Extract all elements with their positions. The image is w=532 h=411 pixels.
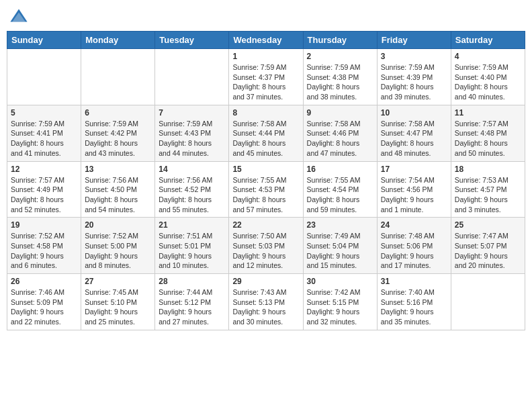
calendar-cell: 13Sunrise: 7:56 AM Sunset: 4:50 PM Dayli… [81,161,155,218]
day-info: Sunrise: 7:47 AM Sunset: 5:07 PM Dayligh… [455,231,521,271]
calendar-cell: 18Sunrise: 7:53 AM Sunset: 4:57 PM Dayli… [451,161,525,218]
calendar-cell: 21Sunrise: 7:51 AM Sunset: 5:01 PM Dayli… [155,218,229,274]
day-info: Sunrise: 7:52 AM Sunset: 5:00 PM Dayligh… [85,231,151,271]
week-row-1: 1Sunrise: 7:59 AM Sunset: 4:37 PM Daylig… [7,49,525,105]
week-row-2: 5Sunrise: 7:59 AM Sunset: 4:41 PM Daylig… [7,105,525,161]
day-number: 24 [381,220,447,230]
day-number: 9 [307,108,373,118]
day-number: 1 [232,52,299,61]
day-info: Sunrise: 7:53 AM Sunset: 4:57 PM Dayligh… [455,175,521,215]
day-info: Sunrise: 7:59 AM Sunset: 4:42 PM Dayligh… [85,119,151,158]
col-header-wednesday: Wednesday [229,32,303,49]
day-number: 15 [232,165,299,174]
calendar-cell: 9Sunrise: 7:58 AM Sunset: 4:46 PM Daylig… [303,105,377,161]
calendar-cell: 6Sunrise: 7:59 AM Sunset: 4:42 PM Daylig… [81,105,155,161]
day-number: 17 [381,165,447,174]
day-number: 28 [159,277,225,286]
week-row-5: 26Sunrise: 7:46 AM Sunset: 5:09 PM Dayli… [7,274,525,330]
calendar-cell: 2Sunrise: 7:59 AM Sunset: 4:38 PM Daylig… [303,49,377,105]
day-number: 29 [232,277,299,286]
day-number: 23 [307,220,373,230]
calendar-cell [451,274,525,330]
calendar-cell: 5Sunrise: 7:59 AM Sunset: 4:41 PM Daylig… [7,105,81,161]
col-header-monday: Monday [81,32,155,49]
day-info: Sunrise: 7:55 AM Sunset: 4:53 PM Dayligh… [232,175,299,215]
calendar-cell: 23Sunrise: 7:49 AM Sunset: 5:04 PM Dayli… [303,218,377,274]
calendar-cell: 29Sunrise: 7:43 AM Sunset: 5:13 PM Dayli… [229,274,303,330]
calendar-cell: 8Sunrise: 7:58 AM Sunset: 4:44 PM Daylig… [229,105,303,161]
day-number: 26 [11,277,77,286]
day-info: Sunrise: 7:59 AM Sunset: 4:37 PM Dayligh… [232,62,299,102]
day-info: Sunrise: 7:57 AM Sunset: 4:49 PM Dayligh… [11,175,77,215]
calendar-cell: 28Sunrise: 7:44 AM Sunset: 5:12 PM Dayli… [155,274,229,330]
day-info: Sunrise: 7:59 AM Sunset: 4:41 PM Dayligh… [11,119,77,158]
day-number: 30 [307,277,373,286]
day-info: Sunrise: 7:52 AM Sunset: 4:58 PM Dayligh… [11,231,77,271]
calendar-cell: 27Sunrise: 7:45 AM Sunset: 5:10 PM Dayli… [81,274,155,330]
calendar-cell [7,49,81,105]
logo-icon [9,7,28,26]
calendar-cell: 7Sunrise: 7:59 AM Sunset: 4:43 PM Daylig… [155,105,229,161]
week-row-3: 12Sunrise: 7:57 AM Sunset: 4:49 PM Dayli… [7,161,525,218]
day-number: 19 [11,220,77,230]
day-info: Sunrise: 7:55 AM Sunset: 4:54 PM Dayligh… [307,175,373,215]
calendar-cell: 10Sunrise: 7:58 AM Sunset: 4:47 PM Dayli… [377,105,451,161]
day-number: 7 [159,108,225,118]
day-number: 31 [381,277,447,286]
day-info: Sunrise: 7:50 AM Sunset: 5:03 PM Dayligh… [232,231,299,271]
day-number: 25 [455,220,521,230]
day-info: Sunrise: 7:49 AM Sunset: 5:04 PM Dayligh… [307,231,373,271]
day-number: 12 [11,165,77,174]
calendar-cell: 31Sunrise: 7:40 AM Sunset: 5:16 PM Dayli… [377,274,451,330]
day-info: Sunrise: 7:54 AM Sunset: 4:56 PM Dayligh… [381,175,447,215]
calendar-cell: 24Sunrise: 7:48 AM Sunset: 5:06 PM Dayli… [377,218,451,274]
calendar-cell: 22Sunrise: 7:50 AM Sunset: 5:03 PM Dayli… [229,218,303,274]
day-number: 6 [85,108,151,118]
day-number: 11 [455,108,521,118]
day-info: Sunrise: 7:59 AM Sunset: 4:40 PM Dayligh… [455,62,521,102]
day-number: 13 [85,165,151,174]
calendar-cell: 19Sunrise: 7:52 AM Sunset: 4:58 PM Dayli… [7,218,81,274]
day-number: 16 [307,165,373,174]
col-header-sunday: Sunday [7,32,81,49]
col-header-thursday: Thursday [303,32,377,49]
logo [9,7,30,26]
day-info: Sunrise: 7:59 AM Sunset: 4:43 PM Dayligh… [159,119,225,158]
day-info: Sunrise: 7:58 AM Sunset: 4:47 PM Dayligh… [381,119,447,158]
calendar-cell: 16Sunrise: 7:55 AM Sunset: 4:54 PM Dayli… [303,161,377,218]
day-number: 20 [85,220,151,230]
calendar-cell: 20Sunrise: 7:52 AM Sunset: 5:00 PM Dayli… [81,218,155,274]
calendar-cell [155,49,229,105]
day-info: Sunrise: 7:45 AM Sunset: 5:10 PM Dayligh… [85,287,151,327]
day-number: 8 [232,108,299,118]
day-number: 3 [381,52,447,61]
calendar-cell: 4Sunrise: 7:59 AM Sunset: 4:40 PM Daylig… [451,49,525,105]
calendar-cell: 11Sunrise: 7:57 AM Sunset: 4:48 PM Dayli… [451,105,525,161]
day-number: 2 [307,52,373,61]
calendar-cell: 15Sunrise: 7:55 AM Sunset: 4:53 PM Dayli… [229,161,303,218]
calendar-cell: 30Sunrise: 7:42 AM Sunset: 5:15 PM Dayli… [303,274,377,330]
day-info: Sunrise: 7:57 AM Sunset: 4:48 PM Dayligh… [455,119,521,158]
day-info: Sunrise: 7:44 AM Sunset: 5:12 PM Dayligh… [159,287,225,327]
col-header-tuesday: Tuesday [155,32,229,49]
day-info: Sunrise: 7:42 AM Sunset: 5:15 PM Dayligh… [307,287,373,327]
day-number: 27 [85,277,151,286]
calendar-cell: 1Sunrise: 7:59 AM Sunset: 4:37 PM Daylig… [229,49,303,105]
day-number: 14 [159,165,225,174]
calendar-cell: 12Sunrise: 7:57 AM Sunset: 4:49 PM Dayli… [7,161,81,218]
day-info: Sunrise: 7:51 AM Sunset: 5:01 PM Dayligh… [159,231,225,271]
day-info: Sunrise: 7:48 AM Sunset: 5:06 PM Dayligh… [381,231,447,271]
page-header [7,7,525,26]
day-info: Sunrise: 7:59 AM Sunset: 4:38 PM Dayligh… [307,62,373,102]
calendar-cell: 25Sunrise: 7:47 AM Sunset: 5:07 PM Dayli… [451,218,525,274]
calendar-cell: 3Sunrise: 7:59 AM Sunset: 4:39 PM Daylig… [377,49,451,105]
calendar-cell [81,49,155,105]
col-header-friday: Friday [377,32,451,49]
week-row-4: 19Sunrise: 7:52 AM Sunset: 4:58 PM Dayli… [7,218,525,274]
day-info: Sunrise: 7:46 AM Sunset: 5:09 PM Dayligh… [11,287,77,327]
day-info: Sunrise: 7:40 AM Sunset: 5:16 PM Dayligh… [381,287,447,327]
calendar-cell: 26Sunrise: 7:46 AM Sunset: 5:09 PM Dayli… [7,274,81,330]
calendar-header-row: SundayMondayTuesdayWednesdayThursdayFrid… [7,32,525,49]
calendar-cell: 17Sunrise: 7:54 AM Sunset: 4:56 PM Dayli… [377,161,451,218]
day-info: Sunrise: 7:58 AM Sunset: 4:46 PM Dayligh… [307,119,373,158]
